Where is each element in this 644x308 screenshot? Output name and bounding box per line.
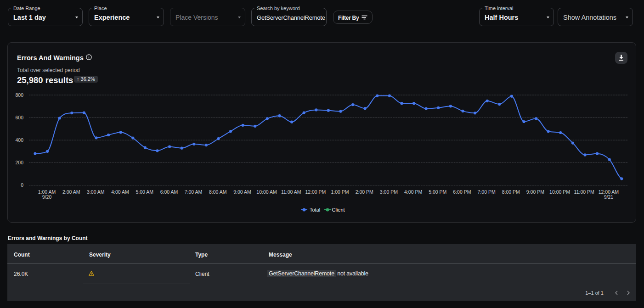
svg-text:4:00 PM: 4:00 PM bbox=[404, 189, 422, 195]
svg-text:12:00 PM: 12:00 PM bbox=[305, 189, 326, 195]
svg-text:1:00 PM: 1:00 PM bbox=[331, 189, 349, 195]
svg-text:10:00 AM: 10:00 AM bbox=[256, 189, 277, 195]
svg-text:10:00 PM: 10:00 PM bbox=[549, 189, 570, 195]
svg-text:4:00 AM: 4:00 AM bbox=[111, 189, 129, 195]
svg-text:Total: Total bbox=[310, 207, 320, 213]
svg-text:2:00 PM: 2:00 PM bbox=[356, 189, 373, 195]
svg-text:7:00 PM: 7:00 PM bbox=[478, 189, 496, 195]
svg-text:9:00 AM: 9:00 AM bbox=[233, 189, 251, 195]
svg-text:Client: Client bbox=[332, 207, 345, 213]
svg-text:9/21: 9/21 bbox=[604, 194, 614, 200]
svg-text:8:00 PM: 8:00 PM bbox=[502, 189, 520, 195]
svg-text:5:00 PM: 5:00 PM bbox=[429, 189, 446, 195]
svg-text:3:00 AM: 3:00 AM bbox=[87, 189, 105, 195]
svg-text:11:00 PM: 11:00 PM bbox=[574, 189, 594, 195]
svg-text:8:00 AM: 8:00 AM bbox=[209, 189, 227, 195]
svg-text:0: 0 bbox=[21, 182, 23, 188]
svg-text:2:00 AM: 2:00 AM bbox=[62, 189, 80, 195]
svg-text:800: 800 bbox=[15, 92, 23, 98]
svg-text:3:00 PM: 3:00 PM bbox=[380, 189, 398, 195]
svg-text:6:00 PM: 6:00 PM bbox=[453, 189, 471, 195]
svg-text:9:00 PM: 9:00 PM bbox=[526, 189, 544, 195]
svg-text:400: 400 bbox=[15, 137, 23, 143]
svg-text:11:00 AM: 11:00 AM bbox=[281, 189, 301, 195]
svg-text:6:00 AM: 6:00 AM bbox=[160, 189, 178, 195]
svg-text:9/20: 9/20 bbox=[42, 194, 52, 200]
svg-text:600: 600 bbox=[15, 115, 23, 120]
svg-text:200: 200 bbox=[15, 160, 23, 165]
svg-text:7:00 AM: 7:00 AM bbox=[185, 189, 203, 195]
svg-text:5:00 AM: 5:00 AM bbox=[136, 189, 153, 195]
